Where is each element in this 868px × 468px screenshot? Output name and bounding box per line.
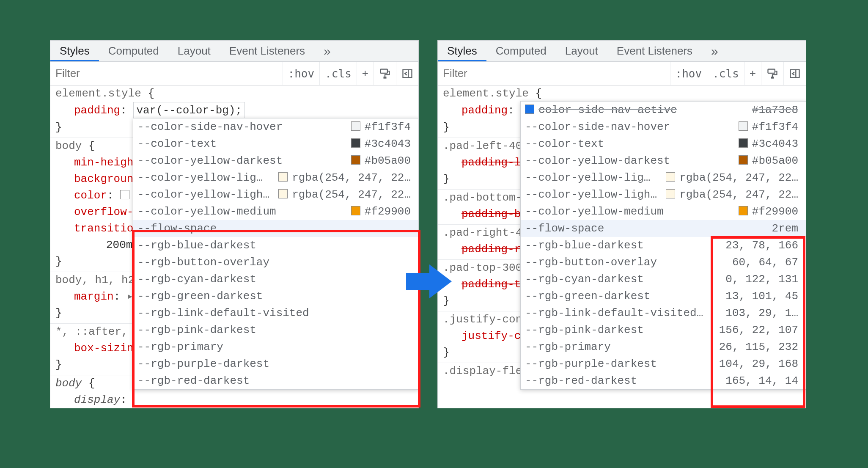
styles-toolbar: :hov .cls + — [50, 62, 418, 85]
svg-rect-0 — [381, 69, 387, 73]
autocomplete-item[interactable]: --color-text #3c4043 — [133, 135, 418, 152]
svg-rect-1 — [384, 77, 386, 78]
rules-list-right: element.style { padding: var(--color-bg)… — [438, 85, 806, 408]
autocomplete-item[interactable]: --rgb-blue-darkest 23, 78, 166 — [521, 237, 806, 254]
autocomplete-item[interactable]: --color-yellow-medium #f29900 — [521, 203, 806, 220]
autocomplete-item[interactable]: --color-yellow-lig… rgba(254, 247, 22… — [521, 169, 806, 186]
autocomplete-item[interactable]: --rgb-blue-darkest — [133, 237, 418, 254]
tab-more-icon[interactable]: » — [314, 41, 340, 61]
autocomplete-item[interactable]: --rgb-red-darkest 165, 14, 14 — [521, 372, 806, 389]
autocomplete-item[interactable]: --rgb-pink-darkest — [133, 322, 418, 339]
styles-filter-input[interactable] — [438, 62, 670, 85]
autocomplete-item[interactable]: --rgb-primary — [133, 339, 418, 355]
sidebar-toggle-icon[interactable] — [396, 62, 418, 85]
autocomplete-item[interactable]: --color-yellow-ligh… rgba(254, 247, 22… — [521, 186, 806, 203]
devtools-styles-panel-right: Styles Computed Layout Event Listeners »… — [437, 40, 806, 408]
autocomplete-item[interactable]: --rgb-cyan-darkest — [133, 271, 418, 288]
new-style-rule-button[interactable]: + — [744, 62, 761, 85]
devtools-tabs: Styles Computed Layout Event Listeners » — [50, 41, 418, 62]
cls-toggle[interactable]: .cls — [319, 62, 357, 85]
paint-tool-icon[interactable] — [374, 62, 396, 85]
tab-event-listeners[interactable]: Event Listeners — [220, 41, 314, 61]
hov-toggle[interactable]: :hov — [670, 62, 707, 85]
autocomplete-item[interactable]: --rgb-cyan-darkest 0, 122, 131 — [521, 271, 806, 288]
paint-tool-icon[interactable] — [761, 62, 783, 85]
devtools-tabs: Styles Computed Layout Event Listeners » — [438, 41, 806, 62]
sidebar-toggle-icon[interactable] — [783, 62, 806, 85]
new-style-rule-button[interactable]: + — [357, 62, 374, 85]
tab-more-icon[interactable]: » — [702, 41, 728, 61]
styles-toolbar: :hov .cls + — [438, 62, 806, 85]
autocomplete-dropdown[interactable]: color side nav active #1a73e8 --color-si… — [520, 101, 806, 390]
autocomplete-item[interactable]: --rgb-purple-darkest — [133, 355, 418, 372]
autocomplete-item[interactable]: --rgb-primary 26, 115, 232 — [521, 339, 806, 355]
rules-list-left: element.style { padding: var(--color-bg)… — [50, 85, 418, 408]
autocomplete-item[interactable]: --color-yellow-medium #f29900 — [133, 203, 418, 220]
autocomplete-item[interactable]: --rgb-pink-darkest 156, 22, 107 — [521, 322, 806, 339]
autocomplete-item[interactable]: --color-yellow-lig… rgba(254, 247, 22… — [133, 169, 418, 186]
tab-styles[interactable]: Styles — [50, 41, 99, 61]
autocomplete-item[interactable]: --color-text #3c4043 — [521, 135, 806, 152]
css-value-editor[interactable]: var(--color-bg); — [133, 102, 245, 119]
tab-computed[interactable]: Computed — [486, 41, 556, 61]
autocomplete-item[interactable]: --color-yellow-darkest #b05a00 — [521, 152, 806, 169]
autocomplete-item[interactable]: --rgb-green-darkest — [133, 288, 418, 305]
cls-toggle[interactable]: .cls — [707, 62, 744, 85]
tab-layout[interactable]: Layout — [168, 41, 220, 61]
styles-filter-input[interactable] — [50, 62, 283, 85]
tab-styles[interactable]: Styles — [438, 41, 486, 61]
svg-rect-4 — [768, 69, 775, 73]
autocomplete-item[interactable]: --color-side-nav-hover #f1f3f4 — [133, 118, 418, 135]
autocomplete-item[interactable]: --rgb-button-overlay 60, 64, 67 — [521, 254, 806, 271]
autocomplete-item[interactable]: --rgb-green-darkest 13, 101, 45 — [521, 288, 806, 305]
autocomplete-item[interactable]: color side nav active #1a73e8 — [521, 102, 806, 118]
tab-layout[interactable]: Layout — [556, 41, 607, 61]
hov-toggle[interactable]: :hov — [283, 62, 320, 85]
svg-rect-5 — [772, 77, 774, 78]
color-swatch[interactable] — [120, 190, 129, 199]
tab-computed[interactable]: Computed — [99, 41, 168, 61]
tab-event-listeners[interactable]: Event Listeners — [607, 41, 702, 61]
autocomplete-item[interactable]: --color-yellow-darkest #b05a00 — [133, 152, 418, 169]
devtools-styles-panel-left: Styles Computed Layout Event Listeners »… — [50, 40, 419, 408]
autocomplete-dropdown[interactable]: --color-side-nav-hover #f1f3f4 --color-t… — [133, 118, 418, 390]
autocomplete-item[interactable]: --rgb-purple-darkest 104, 29, 168 — [521, 355, 806, 372]
autocomplete-item[interactable]: --flow-space — [133, 220, 418, 237]
arrow-icon — [406, 262, 453, 303]
autocomplete-item[interactable]: --color-yellow-ligh… rgba(254, 247, 22… — [133, 186, 418, 203]
autocomplete-item[interactable]: --rgb-red-darkest — [133, 372, 418, 389]
autocomplete-item[interactable]: --rgb-link-default-visited — [133, 305, 418, 322]
autocomplete-item[interactable]: --flow-space 2rem — [521, 220, 806, 237]
autocomplete-item[interactable]: --rgb-button-overlay — [133, 254, 418, 271]
autocomplete-item[interactable]: --color-side-nav-hover #f1f3f4 — [521, 118, 806, 135]
autocomplete-item[interactable]: --rgb-link-default-visited… 103, 29, 1… — [521, 305, 806, 322]
svg-marker-8 — [406, 264, 452, 298]
